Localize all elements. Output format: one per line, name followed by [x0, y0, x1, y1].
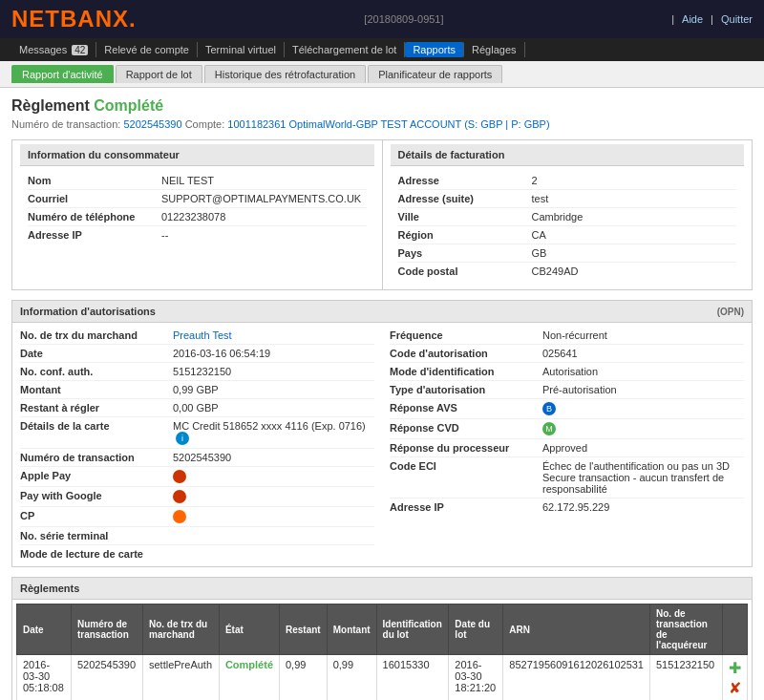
fl-conf-auth: No. conf. auth.	[20, 366, 173, 377]
table-header: Date Numéro de transaction No. de trx du…	[17, 605, 748, 655]
header: NETBANX. [20180809-0951] | Aide | Quitte…	[0, 0, 764, 38]
transaction-id-link[interactable]: 5202545390	[123, 118, 181, 130]
logo-dot: .	[129, 6, 137, 32]
auth-right-col: Fréquence Non-récurrent Code d'autorisat…	[382, 323, 752, 566]
col-id-lot: Identification du lot	[376, 605, 449, 655]
nav-messages[interactable]: Messages 42	[11, 42, 96, 57]
auth-section: Information d'autorisations (OPN) No. de…	[11, 300, 753, 567]
field-trx-marchand: No. de trx du marchand Preauth Test	[20, 327, 374, 345]
help-link[interactable]: Aide	[682, 13, 703, 25]
nav-telechargement[interactable]: Téléchargement de lot	[285, 42, 405, 57]
avs-dot: B	[542, 402, 556, 415]
quit-link[interactable]: Quitter	[721, 13, 753, 25]
field-adresse-ip-consumer: Adresse IP --	[28, 226, 367, 244]
pipe-separator: |	[671, 13, 674, 25]
field-region: Région CA	[398, 226, 737, 244]
page-title: Règlement Complété	[11, 97, 753, 115]
fv-cvd: M	[542, 422, 744, 435]
field-label-telephone: Numéro de téléphone	[28, 211, 161, 223]
cvd-dot: M	[542, 422, 556, 435]
nav-reglages[interactable]: Réglages	[464, 42, 524, 57]
cell-status: Complété	[219, 655, 279, 700]
consumer-col: Information du consommateur Nom NEIL TES…	[12, 140, 382, 289]
tab-planificateur[interactable]: Planificateur de rapports	[368, 65, 502, 83]
apple-pay-dot	[173, 470, 186, 483]
field-cp: CP	[20, 507, 374, 527]
fl-frequence: Fréquence	[390, 329, 542, 341]
cell-restant: 0,99	[280, 655, 328, 700]
field-pays: Pays GB	[398, 244, 737, 263]
logo: NETBANX.	[11, 6, 137, 32]
fv-trx-marchand: Preauth Test	[173, 329, 374, 341]
preauth-link[interactable]: Preauth Test	[173, 329, 232, 341]
fv-frequence: Non-récurrent	[542, 329, 744, 341]
remove-action-icon[interactable]: ✘	[729, 679, 741, 697]
status-badge: Complété	[94, 97, 163, 114]
header-transaction-id: [20180809-0951]	[364, 13, 443, 25]
fv-montant: 0,99 GBP	[173, 384, 374, 395]
col-arn: ARN	[503, 605, 650, 655]
fv-code-eci: Échec de l'authentification ou pas un 3D…	[542, 460, 744, 495]
nav-releve[interactable]: Relevé de compte	[96, 42, 198, 57]
cell-merchant-trx: settlePreAuth	[142, 655, 219, 700]
fl-google-pay: Pay with Google	[20, 490, 173, 501]
consumer-billing-section: Information du consommateur Nom NEIL TES…	[11, 139, 753, 290]
account-link[interactable]: 1001182361 OptimalWorld-GBP TEST ACCOUNT…	[227, 118, 549, 130]
field-code-postal: Code postal CB249AD	[398, 263, 737, 280]
nav-terminal[interactable]: Terminal virtuel	[198, 42, 285, 57]
action-icons: ✚ ✘	[729, 659, 741, 697]
field-montant: Montant 0,99 GBP	[20, 381, 374, 399]
field-label-code-postal: Code postal	[398, 265, 532, 277]
field-label-pays: Pays	[398, 247, 532, 259]
field-value-region: CA	[532, 229, 737, 241]
fl-restant: Restant à régler	[20, 402, 173, 414]
fl-code-auth: Code d'autorisation	[390, 348, 542, 359]
fl-date: Date	[20, 348, 173, 359]
field-num-trx: Numéro de transaction 5202545390	[20, 449, 374, 467]
field-value-telephone: 01223238078	[161, 211, 367, 223]
tab-rapport-lot[interactable]: Rapport de lot	[116, 65, 202, 83]
field-value-adresse-ip: --	[161, 229, 367, 241]
fl-trx-marchand: No. de trx du marchand	[20, 329, 173, 341]
table-row: 2016-03-30 05:18:08 5202545390 settlePre…	[17, 655, 748, 700]
settlements-body: Date Numéro de transaction No. de trx du…	[12, 600, 752, 700]
field-reponse-processeur: Réponse du processeur Approved	[390, 439, 744, 457]
logo-text: NETBANX	[11, 6, 129, 32]
tab-rapport-activite[interactable]: Rapport d'activité	[11, 65, 114, 83]
field-code-eci: Code ECI Échec de l'authentification ou …	[390, 457, 744, 498]
field-adresse-ip-auth: Adresse IP 62.172.95.229	[390, 498, 744, 516]
field-value-pays: GB	[532, 247, 737, 259]
col-restant: Restant	[280, 605, 328, 655]
cell-date: 2016-03-30 05:18:08	[17, 655, 72, 700]
fv-reponse-proc: Approved	[542, 442, 744, 454]
fl-serie-terminal: No. série terminal	[20, 530, 173, 541]
transaction-label: Numéro de transaction:	[11, 118, 120, 130]
field-value-courriel: SUPPORT@OPTIMALPAYMENTS.CO.UK	[161, 193, 367, 204]
consumer-header: Information du consommateur	[20, 144, 374, 166]
cell-arn: 85271956091612026102531	[503, 655, 650, 700]
field-google-pay: Pay with Google	[20, 487, 374, 507]
fv-code-auth: 025641	[542, 348, 744, 359]
title-text: Règlement	[11, 97, 90, 114]
consumer-billing-cols: Information du consommateur Nom NEIL TES…	[12, 140, 752, 289]
field-label-adresse-ip: Adresse IP	[28, 229, 161, 241]
field-cvd: Réponse CVD M	[390, 419, 744, 439]
field-date: Date 2016-03-16 06:54:19	[20, 345, 374, 363]
field-label-ville: Ville	[398, 211, 532, 223]
carte-info-icon[interactable]: i	[176, 432, 189, 445]
pipe-separator2: |	[711, 13, 713, 25]
billing-body: Adresse 2 Adresse (suite) test Ville Cam…	[391, 166, 745, 286]
opn-label: (OPN)	[717, 307, 744, 317]
nav-rapports[interactable]: Rapports	[405, 42, 464, 57]
fv-restant: 0,00 GBP	[173, 402, 374, 414]
field-label-adresse-suite: Adresse (suite)	[398, 193, 532, 204]
field-carte: Détails de la carte MC Credit 518652 xxx…	[20, 417, 374, 449]
tab-historique[interactable]: Historique des rétrofacturation	[204, 65, 366, 83]
col-date-lot: Date du lot	[449, 605, 503, 655]
fl-carte: Détails de la carte	[20, 420, 173, 432]
sub-nav: Rapport d'activité Rapport de lot Histor…	[0, 61, 764, 88]
field-mode-identification: Mode d'identification Autorisation	[390, 363, 744, 381]
add-action-icon[interactable]: ✚	[729, 659, 741, 677]
col-trx-marchand: No. de trx du marchand	[142, 605, 219, 655]
transaction-info: Numéro de transaction: 5202545390 Compte…	[11, 118, 753, 130]
